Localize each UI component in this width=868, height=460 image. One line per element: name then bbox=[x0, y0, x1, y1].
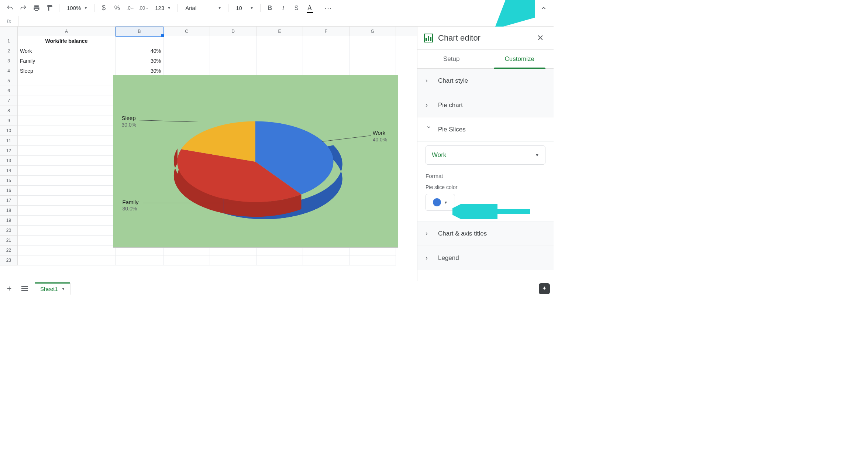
formula-input[interactable] bbox=[18, 16, 554, 26]
cell[interactable] bbox=[163, 255, 210, 265]
cell[interactable]: Work/life balance bbox=[18, 36, 116, 46]
text-color-button[interactable]: A bbox=[303, 3, 316, 14]
cell[interactable]: 30% bbox=[116, 56, 163, 66]
cell[interactable] bbox=[163, 46, 210, 56]
cell[interactable] bbox=[303, 255, 349, 265]
cell[interactable] bbox=[18, 226, 116, 236]
cell[interactable] bbox=[18, 86, 116, 96]
zoom-select[interactable]: 100%▼ bbox=[62, 3, 91, 14]
cell[interactable]: Family bbox=[18, 56, 116, 66]
row-header[interactable]: 20 bbox=[0, 226, 18, 236]
row-header[interactable]: 14 bbox=[0, 166, 18, 176]
cell[interactable] bbox=[349, 36, 396, 46]
row-header[interactable]: 21 bbox=[0, 236, 18, 246]
strikethrough-button[interactable]: S bbox=[290, 3, 303, 14]
cell[interactable] bbox=[18, 156, 116, 166]
decrease-decimal-button[interactable]: .0← bbox=[124, 3, 137, 14]
cell[interactable] bbox=[256, 56, 303, 66]
row-header[interactable]: 11 bbox=[0, 136, 18, 146]
row-header[interactable]: 6 bbox=[0, 86, 18, 96]
italic-button[interactable]: I bbox=[277, 3, 289, 14]
row-header[interactable]: 19 bbox=[0, 216, 18, 226]
row-header[interactable]: 15 bbox=[0, 176, 18, 186]
cell[interactable] bbox=[349, 56, 396, 66]
cell[interactable] bbox=[116, 255, 163, 265]
column-header[interactable]: B bbox=[116, 27, 163, 36]
explore-button[interactable] bbox=[539, 283, 550, 294]
cell[interactable] bbox=[18, 206, 116, 216]
font-select[interactable]: Arial▼ bbox=[181, 3, 225, 14]
column-header[interactable]: D bbox=[210, 27, 256, 36]
cell[interactable] bbox=[256, 66, 303, 76]
paint-format-button[interactable] bbox=[44, 3, 56, 14]
all-sheets-button[interactable] bbox=[19, 283, 30, 294]
number-format-select[interactable]: 123▼ bbox=[151, 3, 175, 14]
column-header[interactable]: A bbox=[18, 27, 116, 36]
tab-customize[interactable]: Customize bbox=[486, 50, 554, 68]
row-header[interactable]: 5 bbox=[0, 76, 18, 86]
cell[interactable] bbox=[18, 236, 116, 246]
add-sheet-button[interactable]: + bbox=[4, 283, 15, 294]
cell[interactable]: 40% bbox=[116, 46, 163, 56]
sheet-tab[interactable]: Sheet1 ▼ bbox=[35, 283, 70, 295]
cell[interactable]: Sleep bbox=[18, 66, 116, 76]
column-header[interactable]: F bbox=[303, 27, 349, 36]
slice-color-picker[interactable]: ▼ bbox=[426, 194, 455, 211]
percent-button[interactable]: % bbox=[111, 3, 123, 14]
cell[interactable] bbox=[210, 46, 256, 56]
cell[interactable] bbox=[18, 166, 116, 176]
collapse-toolbar-button[interactable] bbox=[537, 3, 550, 14]
cell[interactable] bbox=[163, 36, 210, 46]
row-header[interactable]: 1 bbox=[0, 36, 18, 46]
slice-select[interactable]: Work ▼ bbox=[426, 145, 545, 165]
section-chart-style[interactable]: › Chart style bbox=[417, 69, 554, 93]
tab-setup[interactable]: Setup bbox=[417, 50, 486, 68]
cell[interactable] bbox=[18, 106, 116, 116]
cell[interactable] bbox=[18, 246, 116, 255]
spreadsheet-grid[interactable]: A B C D E F G 1Work/life balance2Work40%… bbox=[0, 27, 417, 281]
cell[interactable] bbox=[210, 66, 256, 76]
close-button[interactable]: ✕ bbox=[534, 31, 547, 45]
cell[interactable] bbox=[18, 136, 116, 146]
row-header[interactable]: 23 bbox=[0, 255, 18, 265]
cell[interactable]: 30% bbox=[116, 66, 163, 76]
cell[interactable] bbox=[210, 36, 256, 46]
cell[interactable] bbox=[349, 66, 396, 76]
currency-button[interactable]: $ bbox=[97, 3, 110, 14]
row-header[interactable]: 17 bbox=[0, 196, 18, 206]
section-legend[interactable]: › Legend bbox=[417, 246, 554, 270]
column-header[interactable]: E bbox=[256, 27, 303, 36]
cell[interactable] bbox=[116, 36, 163, 46]
cell[interactable] bbox=[18, 126, 116, 136]
row-header[interactable]: 8 bbox=[0, 106, 18, 116]
section-pie-chart[interactable]: › Pie chart bbox=[417, 93, 554, 117]
cell[interactable] bbox=[18, 76, 116, 86]
cell[interactable] bbox=[303, 66, 349, 76]
cell[interactable] bbox=[210, 56, 256, 66]
cell[interactable] bbox=[256, 255, 303, 265]
font-size-select[interactable]: 10▼ bbox=[231, 3, 257, 14]
row-header[interactable]: 10 bbox=[0, 126, 18, 136]
row-header[interactable]: 18 bbox=[0, 206, 18, 216]
cell[interactable] bbox=[163, 56, 210, 66]
cell[interactable] bbox=[256, 46, 303, 56]
cell[interactable]: Work bbox=[18, 46, 116, 56]
cell[interactable] bbox=[303, 36, 349, 46]
row-header[interactable]: 16 bbox=[0, 186, 18, 196]
cell[interactable] bbox=[349, 46, 396, 56]
row-header[interactable]: 9 bbox=[0, 116, 18, 126]
row-header[interactable]: 3 bbox=[0, 56, 18, 66]
undo-button[interactable] bbox=[4, 3, 16, 14]
pie-chart-3d[interactable]: Work 40.0% Family 30.0% Sleep 30.0% bbox=[113, 75, 398, 248]
cell[interactable] bbox=[18, 216, 116, 226]
cell[interactable] bbox=[210, 255, 256, 265]
column-header[interactable]: C bbox=[163, 27, 210, 36]
cell[interactable] bbox=[18, 96, 116, 106]
cell[interactable] bbox=[18, 116, 116, 126]
redo-button[interactable] bbox=[17, 3, 30, 14]
cell[interactable] bbox=[18, 176, 116, 186]
row-header[interactable]: 12 bbox=[0, 146, 18, 156]
select-all-corner[interactable] bbox=[0, 27, 18, 36]
cell[interactable] bbox=[18, 255, 116, 265]
cell[interactable] bbox=[18, 196, 116, 206]
